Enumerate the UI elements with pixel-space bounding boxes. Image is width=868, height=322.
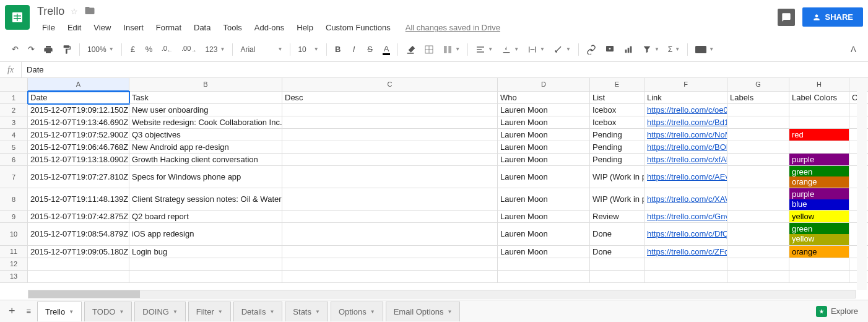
header-cell[interactable]: Task <box>129 92 282 104</box>
cell-empty[interactable] <box>282 271 498 283</box>
cell-list[interactable]: Icebox <box>590 104 644 116</box>
cell-date[interactable]: 2015-12-07T19:07:27.810Z <box>28 166 129 188</box>
scrollbar-thumb[interactable] <box>28 290 140 298</box>
cell-task[interactable]: Specs for Windows phone app <box>129 166 282 188</box>
currency-button[interactable]: £ <box>126 41 141 58</box>
cell-date[interactable]: 2015-12-07T19:09:05.180Z <box>28 246 129 258</box>
cell-list[interactable]: Icebox <box>590 116 644 129</box>
corner-cell[interactable] <box>0 78 28 92</box>
row-header-11[interactable]: 11 <box>0 246 28 258</box>
menu-tools[interactable]: Tools <box>218 20 246 35</box>
col-header-A[interactable]: A <box>28 78 129 92</box>
cell-color[interactable]: yellow <box>789 211 849 223</box>
cell-empty[interactable] <box>28 258 129 271</box>
col-header-H[interactable]: H <box>789 78 849 92</box>
cell-desc[interactable] <box>282 154 498 166</box>
sheet-tab-trello[interactable]: Trello▼ <box>37 302 82 321</box>
sheets-logo[interactable] <box>5 5 30 30</box>
cell-color[interactable] <box>789 116 849 129</box>
cell-task[interactable]: Q3 objectives <box>129 129 282 141</box>
cell-labels[interactable] <box>727 154 789 166</box>
col-header-D[interactable]: D <box>498 78 590 92</box>
cell-color[interactable]: orange <box>789 246 849 258</box>
cell-desc[interactable] <box>282 141 498 154</box>
cell-list[interactable]: WIP (Work in p <box>590 166 644 188</box>
cell-empty[interactable] <box>644 271 727 283</box>
all-sheets-button[interactable]: ≡ <box>22 303 37 320</box>
strikethrough-button[interactable]: S <box>363 41 378 58</box>
bold-button[interactable]: B <box>331 41 345 58</box>
cell-who[interactable]: Lauren Moon <box>498 166 590 188</box>
text-color-button[interactable]: A <box>379 41 394 58</box>
input-tools-button[interactable]: ▼ <box>692 43 718 56</box>
halign-button[interactable]: ▼ <box>472 42 497 57</box>
cell-link[interactable]: https://trello.com/c/oe0iYzIo <box>644 104 727 116</box>
zoom-select[interactable]: 100%▼ <box>84 43 118 56</box>
cell-link[interactable]: https://trello.com/c/Bd1QHKuf <box>644 116 727 129</box>
row-header-7[interactable]: 7 <box>0 166 28 188</box>
cell-empty[interactable] <box>727 271 789 283</box>
cell-list[interactable]: WIP (Work in p <box>590 188 644 211</box>
add-sheet-button[interactable]: + <box>2 301 22 321</box>
comments-button[interactable] <box>778 9 795 26</box>
row-header-6[interactable]: 6 <box>0 154 28 166</box>
cell-who[interactable]: Lauren Moon <box>498 104 590 116</box>
cell-link[interactable]: https://trello.com/c/BOBhqvPJ <box>644 141 727 154</box>
increase-decimal-button[interactable]: .00→ <box>178 41 200 58</box>
cell-task[interactable]: Client Strategy session notes: Oil & Wat… <box>129 188 282 211</box>
cell-link[interactable]: https://trello.com/c/DfQ6eOfS <box>644 223 727 245</box>
cell-labels[interactable] <box>727 211 789 223</box>
cell-empty[interactable] <box>789 271 849 283</box>
cell-task[interactable]: Website redesign: Cook Collaboration Inc… <box>129 116 282 129</box>
percent-button[interactable]: % <box>142 41 157 58</box>
cell-who[interactable]: Lauren Moon <box>498 154 590 166</box>
col-header-F[interactable]: F <box>644 78 727 92</box>
row-header-13[interactable]: 13 <box>0 271 28 283</box>
cell-who[interactable]: Lauren Moon <box>498 246 590 258</box>
number-format-select[interactable]: 123▼ <box>201 43 228 56</box>
cell-empty[interactable] <box>590 271 644 283</box>
menu-format[interactable]: Format <box>151 20 186 35</box>
insert-comment-button[interactable] <box>601 41 618 58</box>
col-header-E[interactable]: E <box>590 78 644 92</box>
cell-empty[interactable] <box>727 258 789 271</box>
toolbar-collapse-button[interactable]: ᐱ <box>846 41 861 58</box>
row-header-12[interactable]: 12 <box>0 258 28 271</box>
cell-labels[interactable] <box>727 246 789 258</box>
cell-labels[interactable] <box>727 141 789 154</box>
cell-who[interactable]: Lauren Moon <box>498 116 590 129</box>
menu-view[interactable]: View <box>89 20 116 35</box>
cell-desc[interactable] <box>282 188 498 211</box>
star-icon[interactable]: ☆ <box>71 7 78 16</box>
cell-list[interactable]: Pending <box>590 129 644 141</box>
borders-button[interactable] <box>420 41 438 58</box>
sheet-tab-stats[interactable]: Stats▼ <box>285 302 328 321</box>
cell-date[interactable]: 2015-12-07T19:09:12.150Z <box>28 104 129 116</box>
cell-date[interactable]: 2015-12-07T19:07:52.900Z <box>28 129 129 141</box>
cell-task[interactable]: Q2 board report <box>129 211 282 223</box>
menu-data[interactable]: Data <box>189 20 215 35</box>
menu-addons[interactable]: Add-ons <box>250 20 289 35</box>
cell-who[interactable]: Lauren Moon <box>498 211 590 223</box>
cell-labels[interactable] <box>727 188 789 211</box>
cell-link[interactable]: https://trello.com/c/xfAKEgbq <box>644 154 727 166</box>
header-cell[interactable]: List <box>590 92 644 104</box>
decrease-decimal-button[interactable]: .0← <box>158 41 176 58</box>
col-header-B[interactable]: B <box>129 78 282 92</box>
cell-desc[interactable] <box>282 104 498 116</box>
document-title[interactable]: Trello <box>37 5 64 18</box>
cell-desc[interactable] <box>282 211 498 223</box>
row-header-1[interactable]: 1 <box>0 92 28 104</box>
cell-desc[interactable] <box>282 223 498 245</box>
cell-date[interactable]: 2015-12-07T19:06:46.768Z <box>28 141 129 154</box>
cell-desc[interactable] <box>282 246 498 258</box>
cell-empty[interactable] <box>789 258 849 271</box>
insert-link-button[interactable] <box>583 41 600 58</box>
font-select[interactable]: Arial▼ <box>237 43 286 56</box>
cell-desc[interactable] <box>282 166 498 188</box>
horizontal-scrollbar[interactable] <box>28 290 856 298</box>
header-cell[interactable]: Link <box>644 92 727 104</box>
cell-link[interactable]: https://trello.com/c/AEvXPzIt <box>644 166 727 188</box>
cell-date[interactable]: 2015-12-07T19:11:48.139Z <box>28 188 129 211</box>
header-cell[interactable]: Labels <box>727 92 789 104</box>
